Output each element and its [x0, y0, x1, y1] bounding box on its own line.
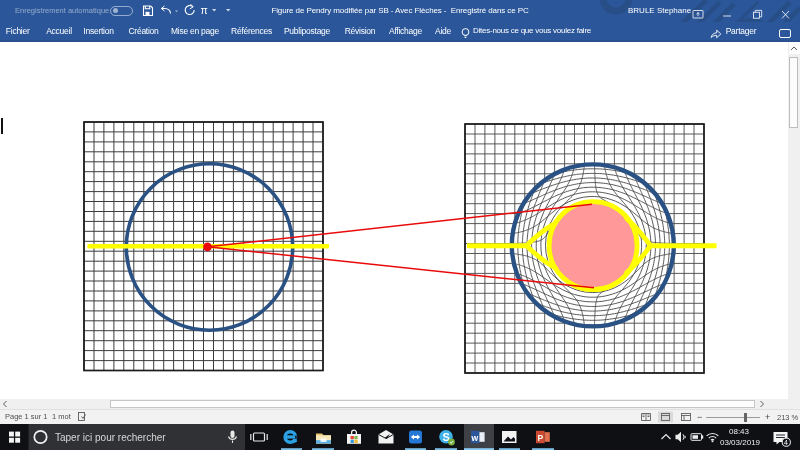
- svg-text:w: w: [471, 433, 479, 443]
- svg-text:P: P: [537, 433, 543, 443]
- svg-text:Taper ici pour rechercher: Taper ici pour rechercher: [55, 432, 166, 443]
